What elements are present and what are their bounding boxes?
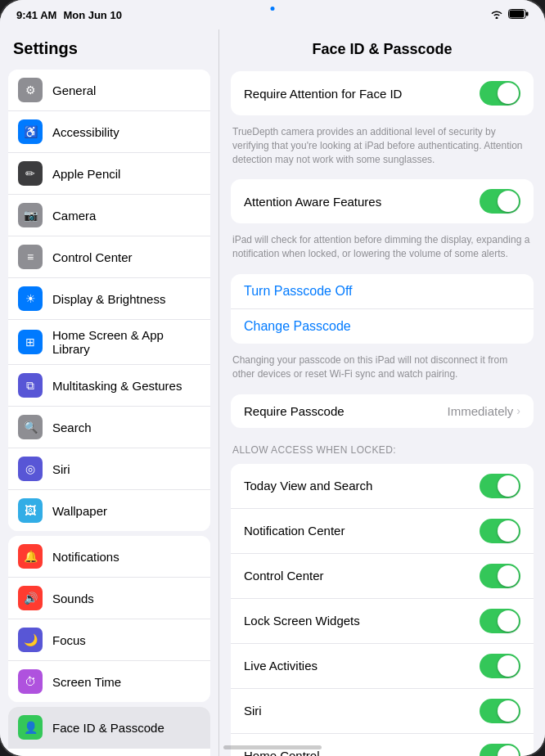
row-label-4-4: Live Activities xyxy=(244,659,480,673)
label-accessibility: Accessibility xyxy=(52,125,119,139)
label-general: General xyxy=(52,83,96,97)
icon-camera: 📷 xyxy=(18,203,43,227)
toggle-0-0[interactable] xyxy=(480,81,520,106)
detail-row-4-2: Control Center xyxy=(231,554,534,599)
sidebar-item-apple-pencil[interactable]: ✏ Apple Pencil xyxy=(8,153,210,195)
section-description-1: iPad will check for attention before dim… xyxy=(219,228,545,269)
toggle-4-5[interactable] xyxy=(480,699,520,723)
link-2-1[interactable]: Change Passcode xyxy=(244,319,351,333)
toggle-knob-4-1 xyxy=(498,520,519,542)
icon-multitasking: ⧉ xyxy=(18,373,43,398)
sidebar-item-camera[interactable]: 📷 Camera xyxy=(8,195,210,236)
row-label-4-3: Lock Screen Widgets xyxy=(244,614,480,628)
sidebar-item-screen-time[interactable]: ⏱ Screen Time xyxy=(8,661,210,702)
svg-rect-2 xyxy=(510,10,525,17)
label-siri: Siri xyxy=(52,462,70,476)
icon-focus: 🌙 xyxy=(18,628,43,652)
label-wallpaper: Wallpaper xyxy=(52,504,107,518)
link-2-0[interactable]: Turn Passcode Off xyxy=(244,284,353,298)
sidebar-section-0: ⚙ General ♿ Accessibility ✏ Apple Pencil… xyxy=(8,70,210,531)
toggle-4-2[interactable] xyxy=(480,564,520,588)
label-control-center: Control Center xyxy=(52,250,133,264)
label-multitasking: Multitasking & Gestures xyxy=(52,379,182,393)
sidebar-item-focus[interactable]: 🌙 Focus xyxy=(8,619,210,661)
toggle-4-0[interactable] xyxy=(480,474,520,498)
sidebar-item-search[interactable]: 🔍 Search xyxy=(8,407,210,448)
sidebar-item-notifications[interactable]: 🔔 Notifications xyxy=(8,536,210,578)
icon-home-screen: ⊞ xyxy=(18,330,43,354)
toggle-knob-4-2 xyxy=(498,565,519,587)
status-right xyxy=(490,9,529,21)
sidebar-item-siri[interactable]: ◎ Siri xyxy=(8,448,210,490)
detail-row-4-3: Lock Screen Widgets xyxy=(231,599,534,644)
label-search: Search xyxy=(52,421,92,434)
icon-wallpaper: 🖼 xyxy=(18,498,43,523)
toggle-4-3[interactable] xyxy=(480,609,520,633)
detail-row-2-0[interactable]: Turn Passcode Off xyxy=(231,274,534,309)
detail-sections: Require Attention for Face ID TrueDepth … xyxy=(219,71,545,756)
row-label-0-0: Require Attention for Face ID xyxy=(244,87,480,101)
status-dot xyxy=(271,7,275,11)
sidebar-item-multitasking[interactable]: ⧉ Multitasking & Gestures xyxy=(8,365,210,407)
icon-accessibility: ♿ xyxy=(18,119,43,144)
sidebar-item-sounds[interactable]: 🔊 Sounds xyxy=(8,578,210,619)
detail-row-2-1[interactable]: Change Passcode xyxy=(231,309,534,344)
icon-notifications: 🔔 xyxy=(18,544,43,569)
main-content: Settings ⚙ General ♿ Accessibility ✏ App… xyxy=(0,29,545,756)
sidebar-item-face-id[interactable]: 👤 Face ID & Passcode xyxy=(8,707,210,749)
sidebar-item-accessibility[interactable]: ♿ Accessibility xyxy=(8,111,210,153)
icon-siri: ◎ xyxy=(18,457,43,481)
label-focus: Focus xyxy=(52,633,86,647)
battery-icon xyxy=(508,9,529,21)
sidebar-item-control-center[interactable]: ≡ Control Center xyxy=(8,236,210,278)
toggle-knob-4-5 xyxy=(498,700,519,722)
icon-general: ⚙ xyxy=(18,78,43,102)
icon-sounds: 🔊 xyxy=(18,586,43,610)
sidebar-sections: ⚙ General ♿ Accessibility ✏ Apple Pencil… xyxy=(0,70,218,756)
sidebar: Settings ⚙ General ♿ Accessibility ✏ App… xyxy=(0,29,219,756)
detail-section-2: Turn Passcode OffChange Passcode xyxy=(231,274,534,344)
section-description-0: TrueDepth camera provides an additional … xyxy=(219,120,545,174)
detail-row-4-5: Siri xyxy=(231,689,534,734)
toggle-4-1[interactable] xyxy=(480,519,520,543)
detail-row-4-4: Live Activities xyxy=(231,644,534,689)
detail-section-0: Require Attention for Face ID xyxy=(231,71,534,115)
detail-row-0-0: Require Attention for Face ID xyxy=(231,71,534,115)
icon-apple-pencil: ✏ xyxy=(18,161,43,186)
label-face-id: Face ID & Passcode xyxy=(52,721,164,735)
toggle-1-0[interactable] xyxy=(480,189,520,214)
detail-section-1: Attention Aware Features xyxy=(231,179,534,223)
detail-section-4: Today View and Search Notification Cente… xyxy=(231,464,534,756)
icon-display-brightness: ☀ xyxy=(18,286,43,311)
label-apple-pencil: Apple Pencil xyxy=(52,167,120,181)
sidebar-title: Settings xyxy=(0,29,218,65)
sidebar-item-privacy[interactable]: ✋ Privacy & Security xyxy=(8,749,210,756)
toggle-4-6[interactable] xyxy=(480,744,520,756)
sidebar-section-2: 👤 Face ID & Passcode ✋ Privacy & Securit… xyxy=(8,707,210,756)
row-label-3-0: Require Passcode xyxy=(244,404,447,418)
sidebar-item-home-screen[interactable]: ⊞ Home Screen & App Library xyxy=(8,320,210,365)
icon-screen-time: ⏱ xyxy=(18,669,43,694)
icon-face-id: 👤 xyxy=(18,715,43,740)
detail-row-1-0: Attention Aware Features xyxy=(231,179,534,223)
row-label-4-1: Notification Center xyxy=(244,524,480,538)
sidebar-item-wallpaper[interactable]: 🖼 Wallpaper xyxy=(8,490,210,531)
toggle-4-4[interactable] xyxy=(480,654,520,678)
row-label-4-2: Control Center xyxy=(244,569,480,583)
status-bar: 9:41 AM Mon Jun 10 xyxy=(0,0,545,29)
section-description-2: Changing your passcode on this iPad will… xyxy=(219,349,545,389)
row-label-4-0: Today View and Search xyxy=(244,479,480,493)
sidebar-item-general[interactable]: ⚙ General xyxy=(8,70,210,111)
detail-row-4-1: Notification Center xyxy=(231,509,534,554)
home-bar xyxy=(223,745,322,749)
detail-row-3-0: Require Passcode Immediately › xyxy=(231,394,534,428)
date: Mon Jun 10 xyxy=(63,9,122,21)
toggle-knob-4-6 xyxy=(498,745,519,756)
icon-control-center: ≡ xyxy=(18,245,43,269)
time: 9:41 AM xyxy=(16,9,56,21)
section-header-4: ALLOW ACCESS WHEN LOCKED: xyxy=(219,433,545,459)
toggle-knob-4-0 xyxy=(498,475,519,497)
label-notifications: Notifications xyxy=(52,550,119,564)
sidebar-item-display-brightness[interactable]: ☀ Display & Brightness xyxy=(8,278,210,320)
label-camera: Camera xyxy=(52,209,96,223)
